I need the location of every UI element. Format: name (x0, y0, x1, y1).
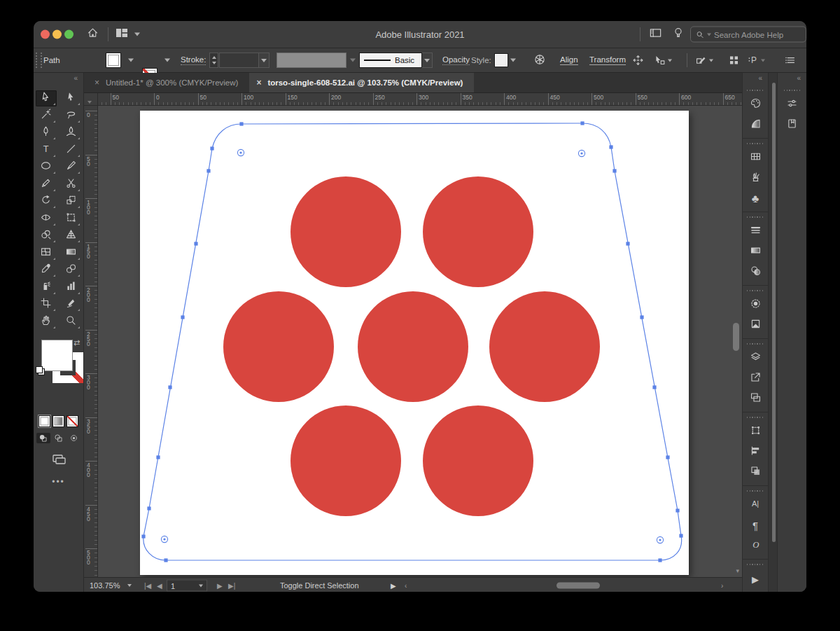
panel-stroke[interactable] (743, 221, 768, 242)
panel-links[interactable] (743, 589, 768, 592)
scroll-right-icon[interactable]: › (721, 582, 723, 590)
default-fill-stroke-icon[interactable] (36, 366, 45, 375)
anchor-point[interactable] (626, 242, 629, 245)
tool-magic-wand[interactable] (36, 108, 57, 124)
panel-libraries[interactable] (778, 115, 806, 135)
panel-grip[interactable] (747, 215, 764, 219)
panel-brushes[interactable] (743, 168, 768, 188)
panel-properties[interactable] (778, 95, 806, 115)
panel-graphic-styles[interactable] (743, 315, 768, 335)
panel-appearance[interactable] (743, 295, 768, 315)
none-button[interactable] (66, 415, 78, 427)
tool-selection[interactable] (60, 90, 81, 106)
draw-behind-button[interactable] (52, 433, 66, 443)
anchor-point[interactable] (652, 385, 656, 389)
edit-toolbar-icon[interactable]: ••• (34, 477, 83, 487)
tool-lasso[interactable] (60, 108, 81, 124)
arrange-icon[interactable] (632, 55, 644, 67)
lightbulb-icon[interactable] (672, 27, 685, 42)
gradient-button[interactable] (52, 415, 64, 427)
anchor-point[interactable] (658, 558, 662, 562)
scroll-left-icon[interactable]: ‹ (405, 582, 407, 590)
panel-opentype[interactable]: O (743, 536, 768, 556)
canvas-viewport[interactable]: ▾ (98, 106, 742, 577)
anchor-point[interactable] (580, 121, 584, 125)
panel-export[interactable] (743, 368, 768, 389)
tool-ellipse[interactable] (36, 159, 57, 175)
tool-scissors[interactable] (60, 176, 81, 193)
panel-pathfinder[interactable] (743, 462, 768, 483)
red-circle[interactable] (290, 405, 401, 516)
group-target-icon[interactable] (578, 150, 584, 156)
anchor-point[interactable] (609, 145, 612, 148)
tool-gradient[interactable] (60, 245, 81, 261)
vertical-scrollbar-thumb[interactable] (733, 323, 739, 351)
tool-line[interactable] (60, 142, 81, 158)
panel-transform[interactable] (743, 422, 768, 442)
group-target-icon[interactable] (237, 149, 244, 155)
horizontal-scrollbar-thumb[interactable] (556, 583, 600, 589)
red-circle[interactable] (489, 291, 600, 402)
group-target-icon[interactable] (657, 536, 663, 543)
opacity-label[interactable]: Opacity (442, 55, 470, 65)
panel-grip[interactable] (747, 415, 764, 419)
red-circle[interactable] (358, 291, 468, 402)
artboard[interactable] (140, 111, 689, 575)
tool-curvature[interactable] (60, 125, 81, 141)
panel-color[interactable] (743, 95, 768, 115)
next-page-icon[interactable]: ▶ (217, 582, 223, 590)
tool-pen[interactable] (36, 125, 57, 141)
stroke-weight-stepper[interactable] (209, 53, 218, 68)
tab-untitled[interactable]: × Untitled-1* @ 300% (CMYK/Preview) (88, 73, 249, 92)
fill-color-swatch[interactable] (106, 53, 121, 68)
fill-color-chevron-icon[interactable] (128, 59, 134, 62)
tool-slice[interactable] (60, 296, 81, 312)
align-label[interactable]: Align (560, 55, 578, 65)
tool-symbol-sprayer[interactable] (36, 279, 57, 296)
fill-indicator[interactable] (41, 340, 73, 371)
tool-direct-selection[interactable] (36, 90, 57, 106)
swap-fill-stroke-icon[interactable]: ⇄ (74, 338, 80, 347)
anchor-point[interactable] (640, 315, 643, 319)
options-list-icon[interactable] (784, 55, 796, 67)
tool-shaper[interactable] (36, 176, 57, 193)
tool-width[interactable] (36, 211, 57, 227)
anchor-point[interactable] (168, 385, 172, 389)
tool-artboard[interactable] (36, 296, 57, 312)
tool-type[interactable]: T (36, 142, 57, 158)
first-page-icon[interactable]: |◀ (144, 582, 151, 590)
stroke-weight-combo[interactable] (219, 53, 259, 68)
stroke-weight-chevron-icon[interactable] (259, 53, 270, 68)
tool-rotate[interactable] (36, 193, 57, 209)
panel-color-guide[interactable] (743, 115, 768, 135)
draw-inside-button[interactable] (67, 433, 81, 443)
tool-shape-builder[interactable] (36, 228, 57, 244)
anchor-point[interactable] (612, 169, 616, 172)
zoom-level[interactable]: 103.75% (90, 581, 120, 590)
panel-transparency[interactable] (743, 262, 768, 282)
panel-layers[interactable] (743, 348, 768, 368)
panel-grip[interactable] (747, 88, 764, 92)
red-circle[interactable] (290, 176, 401, 287)
red-circle[interactable] (423, 405, 533, 516)
tool-mesh[interactable] (36, 245, 57, 261)
panel-grip[interactable] (784, 88, 801, 92)
stroke-style-chevron-icon[interactable] (422, 53, 433, 68)
anchor-point[interactable] (164, 558, 167, 562)
tool-hand[interactable] (36, 314, 57, 330)
panel-scrollbar-thumb[interactable] (772, 83, 776, 542)
tool-perspective-grid[interactable] (60, 228, 81, 244)
tool-scale[interactable] (60, 193, 81, 209)
panel-grip[interactable] (747, 141, 764, 146)
close-tab-icon[interactable]: × (256, 78, 261, 88)
collapse-panels-icon[interactable]: « (778, 73, 806, 85)
tool-blend[interactable] (60, 262, 81, 278)
scroll-down-icon[interactable]: ▾ (736, 567, 739, 574)
panel-artboards[interactable] (743, 389, 768, 409)
stroke-color-chevron-icon[interactable] (164, 59, 170, 62)
anchor-point[interactable] (194, 242, 197, 245)
panel-align[interactable] (743, 442, 768, 462)
tool-column-graph[interactable] (60, 279, 81, 296)
panel-grip[interactable] (747, 289, 764, 293)
color-button[interactable] (38, 415, 50, 427)
